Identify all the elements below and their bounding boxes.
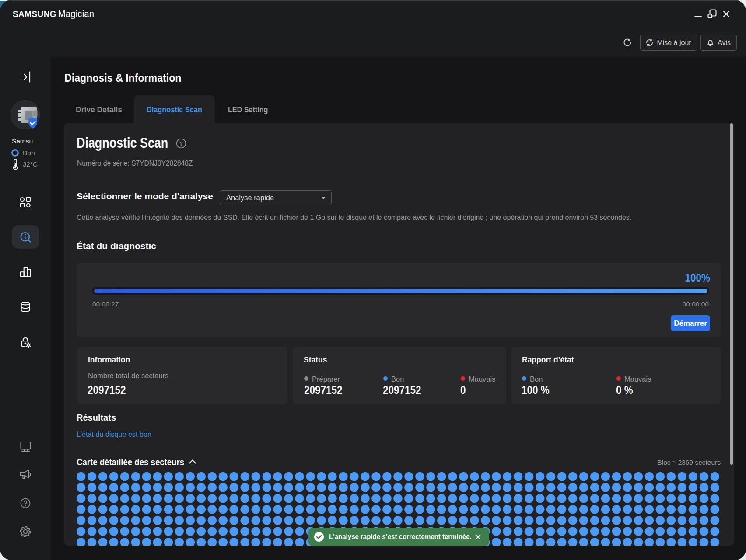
svg-text:?: ? xyxy=(179,140,183,147)
